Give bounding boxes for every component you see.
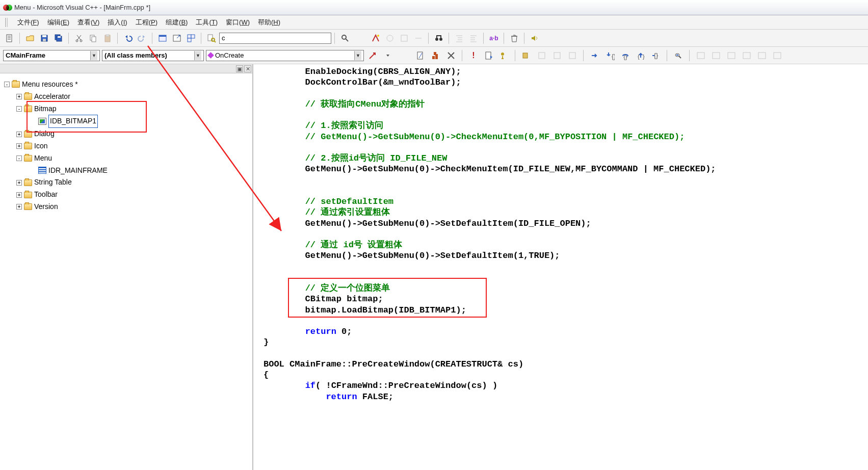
copy-button[interactable]: [87, 32, 100, 45]
build-button[interactable]: [429, 49, 442, 62]
code-line: GetMenu()->GetSubMenu(0)->CheckMenuItem(…: [264, 164, 868, 174]
folder-icon: [24, 192, 32, 198]
tree-item[interactable]: IDB_BITMAP1: [4, 115, 248, 128]
execute-button[interactable]: !: [467, 49, 480, 62]
expand-icon[interactable]: +: [16, 204, 22, 210]
tree-item[interactable]: +Version: [4, 201, 248, 213]
window-list-button[interactable]: [185, 32, 198, 45]
new-text-file-button[interactable]: [3, 32, 16, 45]
watch-win-icon[interactable]: [694, 49, 707, 62]
mem-win-icon[interactable]: [740, 49, 753, 62]
vars-win-icon[interactable]: [709, 49, 723, 62]
panel-close-icon[interactable]: ✕: [244, 65, 251, 72]
disasm-win-icon[interactable]: [771, 49, 784, 62]
open-button[interactable]: [23, 32, 37, 45]
actions-button[interactable]: [381, 49, 394, 62]
tree-item[interactable]: -Menu: [4, 152, 248, 165]
menu-item-e[interactable]: 编辑(E): [43, 16, 73, 29]
tree-item[interactable]: +String Table: [4, 176, 248, 189]
menu-item-v[interactable]: 查看(V): [73, 16, 103, 29]
goto-button[interactable]: [366, 49, 379, 62]
tree-item[interactable]: +Accelerator: [4, 91, 248, 103]
expand-icon[interactable]: +: [16, 94, 22, 99]
main-area: ▣ ✕ -Menu resources *+Accelerator-Bitmap…: [0, 64, 868, 470]
menu-item-p[interactable]: 工程(P): [131, 16, 162, 29]
tree-item[interactable]: +Toolbar: [4, 189, 248, 201]
run-to-cursor-icon[interactable]: [588, 49, 601, 62]
go-button[interactable]: [482, 49, 495, 62]
svg-point-21: [342, 35, 346, 39]
paste-button[interactable]: [101, 32, 114, 45]
stack-win-icon[interactable]: [755, 49, 769, 62]
delete-button[interactable]: [508, 32, 521, 45]
dbg4-icon[interactable]: [566, 49, 579, 62]
stop-build-button[interactable]: [444, 49, 458, 62]
tool-d-icon[interactable]: [412, 32, 425, 45]
code-line: // 通过索引设置粗体: [264, 207, 868, 218]
indent-button[interactable]: [453, 32, 466, 45]
compile-button[interactable]: [414, 49, 427, 62]
find-button[interactable]: [338, 32, 352, 45]
output-window-button[interactable]: [170, 32, 183, 45]
code-line: // 获取指向CMenu对象的指针: [264, 99, 868, 110]
menu-item-b[interactable]: 组建(B): [162, 16, 192, 29]
dbg3-icon[interactable]: [550, 49, 564, 62]
sound-button[interactable]: [528, 32, 541, 45]
tree-item[interactable]: +Dialog: [4, 128, 248, 140]
menu-item-h[interactable]: 帮助(H): [254, 16, 284, 29]
svg-rect-45: [697, 53, 704, 59]
save-all-button[interactable]: [52, 32, 65, 45]
resource-tree[interactable]: -Menu resources *+Accelerator-BitmapIDB_…: [0, 73, 252, 218]
toolbar-separator: [667, 50, 668, 61]
panel-snap-icon[interactable]: ▣: [236, 65, 243, 72]
collapse-icon[interactable]: -: [16, 106, 22, 112]
expand-icon[interactable]: +: [16, 192, 22, 198]
run-cursor-icon[interactable]: {}: [649, 49, 663, 62]
expand-icon[interactable]: +: [16, 143, 22, 149]
find-combo[interactable]: [219, 33, 331, 44]
replace-button[interactable]: a·b: [487, 32, 501, 45]
redo-button[interactable]: [136, 32, 149, 45]
expand-icon[interactable]: +: [16, 180, 22, 186]
menu-item-i[interactable]: 插入(I): [103, 16, 131, 29]
svg-rect-0: [7, 35, 12, 42]
menubar-grip[interactable]: [5, 18, 8, 27]
quickwatch-icon[interactable]: [672, 49, 685, 62]
binoculars-icon[interactable]: [432, 32, 445, 45]
find-in-files-button[interactable]: [205, 32, 218, 45]
tree-root[interactable]: -Menu resources *: [4, 79, 248, 91]
cut-button[interactable]: [72, 32, 86, 45]
member-combo[interactable]: OnCreate ▼: [206, 50, 364, 61]
regs-win-icon[interactable]: [725, 49, 738, 62]
tool-b-icon[interactable]: [383, 32, 397, 45]
tree-item[interactable]: IDR_MAINFRAME: [4, 165, 248, 177]
menu-item-f[interactable]: 文件(F): [13, 16, 43, 29]
tree-item-label: IDR_MAINFRAME: [48, 165, 108, 177]
svg-rect-48: [743, 53, 750, 59]
save-button[interactable]: [38, 32, 51, 45]
collapse-icon[interactable]: -: [4, 82, 10, 87]
tree-item[interactable]: +Icon: [4, 140, 248, 152]
tool-a-icon[interactable]: [369, 32, 382, 45]
expand-icon[interactable]: +: [16, 132, 22, 137]
collapse-icon[interactable]: -: [16, 155, 22, 161]
insert-breakpoint-button[interactable]: [497, 49, 511, 62]
class-combo[interactable]: CMainFrame ▼: [3, 50, 100, 61]
member-combo-value: OnCreate: [208, 51, 244, 59]
filter-combo[interactable]: (All class members) ▼: [102, 50, 204, 61]
step-out-icon[interactable]: {}: [634, 49, 647, 62]
workspace-button[interactable]: [156, 32, 169, 45]
code-line: BOOL CMainFrame::PreCreateWindow(CREATES…: [264, 359, 868, 370]
step-into-icon[interactable]: {}: [603, 49, 617, 62]
outdent-button[interactable]: [467, 32, 480, 45]
menu-item-t[interactable]: 工具(T): [192, 16, 222, 29]
code-editor[interactable]: EnableDocking(CBRS_ALIGN_ANY); DockContr…: [253, 64, 868, 470]
tool-c-icon[interactable]: [398, 32, 411, 45]
dbg1-icon[interactable]: [520, 49, 533, 62]
tree-item[interactable]: -Bitmap: [4, 103, 248, 115]
menu-item-w[interactable]: 窗口(W): [222, 16, 254, 29]
dbg2-icon[interactable]: [535, 49, 548, 62]
svg-rect-32: [486, 52, 491, 59]
undo-button[interactable]: [121, 32, 135, 45]
step-over-icon[interactable]: {}: [619, 49, 632, 62]
